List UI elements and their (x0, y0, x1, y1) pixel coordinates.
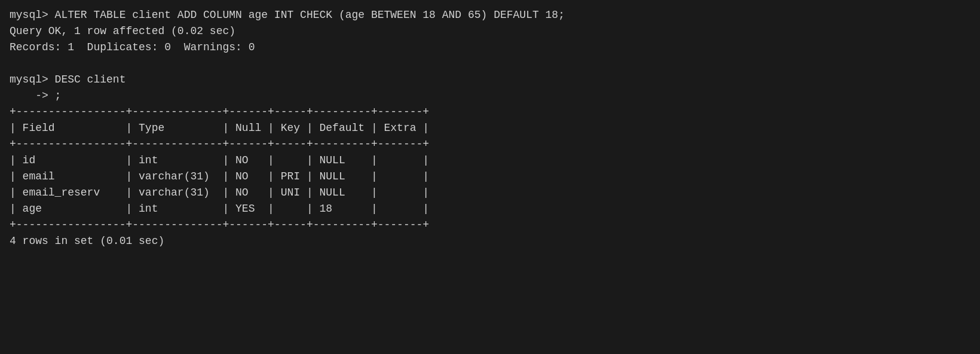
table-row-age: | age | int | YES | | 18 | | (10, 201, 970, 217)
blank-line-1 (10, 56, 970, 72)
table-row-email-reserv: | email_reserv | varchar(31) | NO | UNI … (10, 185, 970, 201)
table-row-email: | email | varchar(31) | NO | PRI | NULL … (10, 169, 970, 185)
table-separator-top: +-----------------+--------------+------… (10, 104, 970, 120)
desc-command: mysql> DESC client (10, 72, 970, 88)
table-separator-bottom: +-----------------+--------------+------… (10, 217, 970, 233)
rows-in-set: 4 rows in set (0.01 sec) (10, 233, 970, 249)
alter-table-command: mysql> ALTER TABLE client ADD COLUMN age… (10, 7, 970, 23)
continuation-line: -> ; (10, 88, 970, 104)
terminal: mysql> ALTER TABLE client ADD COLUMN age… (10, 7, 970, 249)
records-line: Records: 1 Duplicates: 0 Warnings: 0 (10, 39, 970, 56)
query-ok-line: Query OK, 1 row affected (0.02 sec) (10, 23, 970, 39)
table-separator-header: +-----------------+--------------+------… (10, 136, 970, 152)
table-row-id: | id | int | NO | | NULL | | (10, 152, 970, 169)
table-header: | Field | Type | Null | Key | Default | … (10, 120, 970, 136)
